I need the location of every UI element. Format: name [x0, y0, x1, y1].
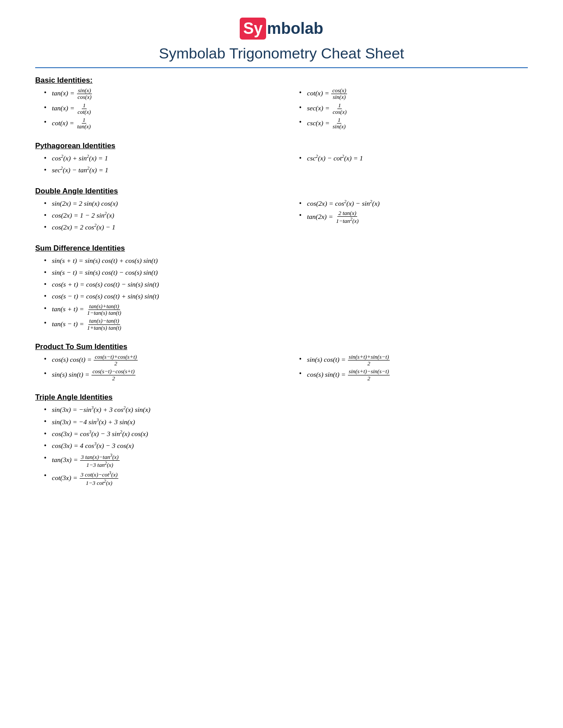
header-divider [35, 67, 528, 68]
list-item: cos(s + t) = cos(s) cos(t) − sin(s) sin(… [44, 279, 528, 289]
list-item: tan(x) = sin(x)cos(x) [44, 87, 273, 101]
list-item: tan(s − t) = tan(s)−tan(t)1+tan(s) tan(t… [44, 318, 528, 331]
section-double-angle: Double Angle Identities sin(2x) = 2 sin(… [35, 187, 528, 234]
section-pythagorean: Pythagorean Identities cos2(x) + sin2(x)… [35, 142, 528, 177]
section-title-product-sum: Product To Sum Identities [35, 342, 528, 351]
list-item: sec2(x) − tan2(x) = 1 [44, 165, 273, 175]
list-item: cot(3x) = 3 cot(x)−cot3(x)1−3 cot2(x) [44, 470, 528, 486]
list-item: cot(x) = cos(x)sin(x) [299, 87, 528, 101]
list-item: cos(s) cos(t) = cos(s−t)+cos(s+t)2 [44, 354, 273, 367]
pythagorean-left: cos2(x) + sin2(x) = 1 sec2(x) − tan2(x) … [35, 153, 273, 177]
list-item: sin(3x) = −4 sin3(x) + 3 sin(x) [44, 416, 528, 426]
list-item: cos2(x) + sin2(x) = 1 [44, 153, 273, 163]
pythagorean-left-list: cos2(x) + sin2(x) = 1 sec2(x) − tan2(x) … [35, 153, 273, 177]
list-item: csc(x) = 1sin(x) [299, 117, 528, 130]
list-item: sin(s) sin(t) = cos(s−t)−cos(s+t)2 [44, 368, 273, 382]
section-basic-identities: Basic Identities: tan(x) = sin(x)cos(x) … [35, 76, 528, 132]
logo-mbolab: mbolab [267, 19, 323, 38]
page-title: Symbolab Trigonometry Cheat Sheet [35, 45, 528, 62]
list-item: csc2(x) − cot2(x) = 1 [299, 153, 528, 163]
section-title-sum-diff: Sum Difference Identities [35, 244, 528, 253]
list-item: sin(3x) = −sin3(x) + 3 cos2(x) sin(x) [44, 404, 528, 415]
basic-left-col: tan(x) = sin(x)cos(x) tan(x) = 1cot(x) c… [35, 87, 273, 132]
list-item: tan(3x) = 3 tan(x)−tan3(x)1−3 tan2(x) [44, 453, 528, 469]
double-angle-left: sin(2x) = 2 sin(x) cos(x) cos(2x) = 1 − … [35, 198, 273, 234]
list-item: cos(3x) = cos3(x) − 3 sin2(x) cos(x) [44, 429, 528, 439]
product-sum-right-list: sin(s) cos(t) = sin(s+t)+sin(s−t)2 cos(s… [290, 354, 528, 383]
basic-left-list: tan(x) = sin(x)cos(x) tan(x) = 1cot(x) c… [35, 87, 273, 132]
triple-angle-list: sin(3x) = −sin3(x) + 3 cos2(x) sin(x) si… [35, 404, 528, 488]
list-item: cos(2x) = cos2(x) − sin2(x) [299, 198, 528, 208]
logo-sy: Sy [240, 18, 266, 40]
basic-right-list: cot(x) = cos(x)sin(x) sec(x) = 1cos(x) c… [290, 87, 528, 132]
product-sum-left-list: cos(s) cos(t) = cos(s−t)+cos(s+t)2 sin(s… [35, 354, 273, 383]
section-title-double: Double Angle Identities [35, 187, 528, 196]
double-angle-left-list: sin(2x) = 2 sin(x) cos(x) cos(2x) = 1 − … [35, 198, 273, 234]
section-sum-difference: Sum Difference Identities sin(s + t) = s… [35, 244, 528, 333]
list-item: sin(s + t) = sin(s) cos(t) + cos(s) sin(… [44, 255, 528, 266]
pythagorean-right-list: csc2(x) − cot2(x) = 1 [290, 153, 528, 165]
logo: Symbolab [240, 18, 323, 40]
list-item: tan(s + t) = tan(s)+tan(t)1−tan(s) tan(t… [44, 303, 528, 317]
list-item: sin(s − t) = sin(s) cos(t) − cos(s) sin(… [44, 267, 528, 277]
section-product-to-sum: Product To Sum Identities cos(s) cos(t) … [35, 342, 528, 383]
list-item: sin(s) cos(t) = sin(s+t)+sin(s−t)2 [299, 354, 528, 367]
pythagorean-grid: cos2(x) + sin2(x) = 1 sec2(x) − tan2(x) … [35, 153, 528, 177]
list-item: cos(2x) = 1 − 2 sin2(x) [44, 210, 273, 220]
list-item: cos(s) sin(t) = sin(s+t)−sin(s−t)2 [299, 368, 528, 382]
list-item: cos(2x) = 2 cos2(x) − 1 [44, 222, 273, 232]
section-title-basic: Basic Identities: [35, 76, 528, 85]
triple-angle-content: sin(3x) = −sin3(x) + 3 cos2(x) sin(x) si… [35, 404, 528, 488]
product-sum-grid: cos(s) cos(t) = cos(s−t)+cos(s+t)2 sin(s… [35, 354, 528, 383]
basic-right-col: cot(x) = cos(x)sin(x) sec(x) = 1cos(x) c… [290, 87, 528, 132]
list-item: cot(x) = 1tan(x) [44, 117, 273, 130]
section-title-pythagorean: Pythagorean Identities [35, 142, 528, 150]
section-triple-angle: Triple Angle Identities sin(3x) = −sin3(… [35, 393, 528, 488]
list-item: tan(2x) = 2 tan(x)1−tan2(x) [299, 210, 528, 225]
pythagorean-right: csc2(x) − cot2(x) = 1 [290, 153, 528, 177]
list-item: sin(2x) = 2 sin(x) cos(x) [44, 198, 273, 208]
product-sum-left: cos(s) cos(t) = cos(s−t)+cos(s+t)2 sin(s… [35, 354, 273, 383]
list-item: tan(x) = 1cot(x) [44, 102, 273, 116]
section-title-triple: Triple Angle Identities [35, 393, 528, 402]
product-sum-right: sin(s) cos(t) = sin(s+t)+sin(s−t)2 cos(s… [290, 354, 528, 383]
list-item: cos(3x) = 4 cos3(x) − 3 cos(x) [44, 440, 528, 451]
list-item: sec(x) = 1cos(x) [299, 102, 528, 116]
sum-diff-list: sin(s + t) = sin(s) cos(t) + cos(s) sin(… [35, 255, 528, 333]
sum-diff-content: sin(s + t) = sin(s) cos(t) + cos(s) sin(… [35, 255, 528, 333]
double-angle-right-list: cos(2x) = cos2(x) − sin2(x) tan(2x) = 2 … [290, 198, 528, 226]
list-item: cos(s − t) = cos(s) cos(t) + sin(s) sin(… [44, 291, 528, 301]
basic-identities-grid: tan(x) = sin(x)cos(x) tan(x) = 1cot(x) c… [35, 87, 528, 132]
double-angle-grid: sin(2x) = 2 sin(x) cos(x) cos(2x) = 1 − … [35, 198, 528, 234]
page-header: Symbolab Symbolab Trigonometry Cheat She… [35, 18, 528, 62]
double-angle-right: cos(2x) = cos2(x) − sin2(x) tan(2x) = 2 … [290, 198, 528, 234]
